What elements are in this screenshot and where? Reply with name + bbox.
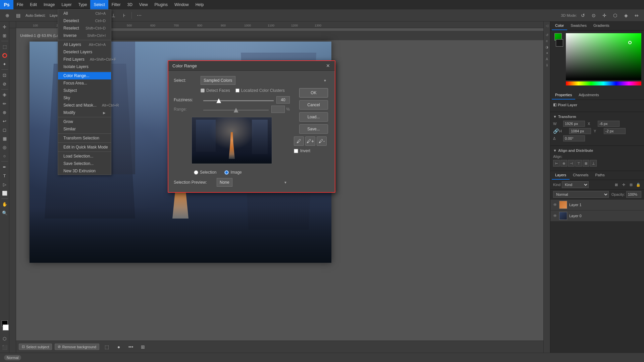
select-subject-btn[interactable]: ⊡ Select subject [19,344,52,350]
menu-item-deselect[interactable]: Deselect Ctrl+D [58,17,111,24]
layer-1-visibility[interactable]: 👁 [553,202,557,207]
menu-item-similar[interactable]: Similar [58,125,111,133]
menu-3d[interactable]: 3D [124,0,136,9]
3d-roll-btn[interactable]: ⊙ [589,11,598,20]
align-centers-h[interactable]: ⊕ [560,160,567,167]
shape-tool[interactable]: ⬜ [1,189,9,197]
view-mode-badge[interactable]: Normal [4,355,21,360]
menu-item-load-selection[interactable]: Load Selection... [58,153,111,160]
tab-swatches[interactable]: Swatches [567,21,590,30]
frame-btn[interactable]: ⬚ [102,342,111,352]
collapse-transform-icon[interactable]: ▼ [553,115,557,119]
tab-properties[interactable]: Properties [552,91,575,100]
lock-artboard-btn[interactable]: ⊞ [628,182,634,188]
adjustments-icon[interactable]: ◑ [544,44,550,50]
properties-icon[interactable]: ≡ [544,38,550,44]
menu-item-new-3d[interactable]: New 3D Extrusion [58,167,111,175]
align-centers-v[interactable]: ⊠ [583,160,589,167]
menu-item-all-layers[interactable]: All Layers Alt+Ctrl+A [58,41,111,48]
menu-window[interactable]: Window [171,0,192,9]
align-left-edges[interactable]: ⊢ [553,160,560,167]
eyedropper-add-btn[interactable]: 🖊+ [305,136,315,146]
tool-icon[interactable]: ✦ [544,50,550,56]
info-icon[interactable]: ℹ [544,62,550,68]
tab-adjustments[interactable]: Adjustments [575,91,602,100]
lock-position-btn[interactable]: ✛ [621,182,627,188]
align-right-edges[interactable]: ⊣ [568,160,575,167]
artboard-tool[interactable]: ⊞ [1,32,9,40]
remove-bg-btn[interactable]: ⊘ Remove background [55,344,99,350]
marquee-tool[interactable]: ⬚ [1,43,9,51]
3d-slide-btn[interactable]: ⬡ [610,11,620,20]
3d-rotate-btn[interactable]: ↺ [578,11,588,20]
menu-item-find-layers[interactable]: Find Layers Alt+Shift+Ctrl+F [58,56,111,63]
save-button[interactable]: Save... [299,124,328,134]
healing-tool[interactable]: ✙ [1,91,9,99]
layer-comp-btn[interactable]: ▤ [13,11,23,20]
eyedropper-sample-btn[interactable]: 🖊 [294,136,304,146]
clone-tool[interactable]: ⊛ [1,108,9,116]
menu-edit[interactable]: Edit [26,0,40,9]
menu-item-edit-quick-mask[interactable]: Edit in Quick Mask Mode [58,143,111,151]
dodge-tool[interactable]: ○ [1,152,9,160]
char-icon[interactable]: A [544,56,550,62]
history-icon[interactable]: ↺ [544,32,550,38]
menu-item-modify[interactable]: Modify ▶ [58,109,111,116]
align-bottom-edges[interactable]: ⊥ [590,160,597,167]
move-tool[interactable]: ✛ [1,23,9,31]
tab-color[interactable]: Color [552,21,567,30]
type-tool[interactable]: T [1,172,9,180]
hand-tool[interactable]: ✋ [1,200,9,208]
load-button[interactable]: Load... [299,112,328,122]
align-bottom-btn[interactable]: ⊦ [119,11,129,20]
selection-preview-select[interactable]: None [217,178,232,187]
menu-item-focus-area[interactable]: Focus Area... [58,79,111,87]
dialog-close-button[interactable]: ✕ [325,63,331,68]
layer-item-0[interactable]: 👁 Layer 0 [550,210,644,222]
menu-item-save-selection[interactable]: Save Selection... [58,160,111,167]
lock-all-btn[interactable]: ⊠ [613,182,619,188]
angle-input[interactable] [563,135,585,141]
detect-faces-checkbox[interactable] [201,88,205,93]
gradient-tool[interactable]: ▦ [1,134,9,142]
collapse-btn[interactable]: ◁ [544,23,550,28]
grid-btn[interactable]: ⊞ [138,342,148,352]
menu-item-reselect[interactable]: Reselect Shift+Ctrl+D [58,24,111,32]
menu-item-color-range[interactable]: Color Range... [58,72,111,79]
invert-checkbox[interactable] [294,149,298,153]
sampled-colors-select[interactable]: Sampled Colors [201,76,235,85]
eyedropper-remove-btn[interactable]: 🖊- [317,136,327,146]
more-btn[interactable]: ••• [126,342,136,352]
menu-item-inverse[interactable]: Inverse Shift+Ctrl+I [58,32,111,39]
y-input[interactable] [604,128,626,134]
h-input[interactable] [569,128,591,134]
opacity-input[interactable] [626,191,641,198]
tab-layers[interactable]: Layers [552,171,570,180]
menu-filter[interactable]: Filter [108,0,124,9]
localized-checkbox-label[interactable]: Localized Color Clusters [235,88,285,93]
quick-mask-btn[interactable]: ⬡ [1,335,9,343]
menu-view[interactable]: View [136,0,151,9]
tab-paths[interactable]: Paths [592,171,608,180]
zoom-tool[interactable]: 🔍 [1,209,9,217]
detect-faces-checkbox-label[interactable]: Detect Faces [201,88,230,93]
localized-checkbox[interactable] [235,88,239,93]
fuzziness-slider[interactable] [203,100,274,101]
ok-button[interactable]: OK [299,88,328,98]
history-brush[interactable]: ↩ [1,117,9,125]
mask-btn[interactable]: ● [114,342,123,352]
radio-image-label[interactable]: Image [224,170,241,175]
3d-scale-btn[interactable]: ◈ [621,11,631,20]
menu-item-all[interactable]: All Ctrl+A [58,10,111,17]
kind-select[interactable]: Kind [562,181,589,188]
tab-gradients[interactable]: Gradients [590,21,613,30]
menu-file[interactable]: File [13,0,26,9]
menu-item-subject[interactable]: Subject [58,87,111,94]
blur-tool[interactable]: ◎ [1,143,9,151]
radio-image[interactable] [224,170,229,175]
lasso-tool[interactable]: ⭕ [1,51,9,59]
color-spectrum[interactable] [566,33,641,80]
menu-layer[interactable]: Layer [58,0,75,9]
cancel-button[interactable]: Cancel [299,100,328,110]
blend-mode-select[interactable]: Normal [553,191,609,198]
